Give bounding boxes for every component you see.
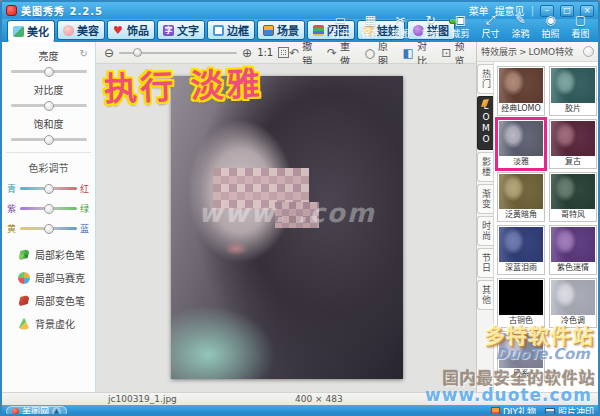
effect-thumbnail bbox=[499, 280, 543, 315]
effect-item[interactable]: 日系 bbox=[497, 331, 545, 381]
category-label: 其他 bbox=[481, 285, 491, 305]
collapse-panel-icon[interactable] bbox=[583, 46, 594, 57]
bottom-link[interactable]: DIY礼物 bbox=[491, 405, 536, 416]
original-icon bbox=[365, 46, 375, 60]
cyan-red-slider[interactable] bbox=[20, 184, 77, 193]
doodle-icon bbox=[515, 14, 525, 27]
changepen-icon bbox=[18, 295, 30, 307]
effect-item[interactable]: 泛黄暗角 bbox=[497, 172, 545, 222]
contrast-slider[interactable] bbox=[11, 101, 87, 110]
tab[interactable]: 场景 bbox=[257, 20, 305, 40]
quick-tool-label: 旋转 bbox=[421, 27, 439, 40]
reset-icon[interactable]: ↻ bbox=[80, 48, 88, 59]
edit-control-button[interactable]: 原图 bbox=[365, 38, 392, 68]
category-label: 时尚 bbox=[481, 221, 491, 241]
effect-category-tab[interactable]: 渐变 bbox=[477, 184, 493, 214]
quick-tool-label: 裁剪 bbox=[451, 27, 469, 40]
purple-label: 紫 bbox=[7, 202, 17, 215]
quick-tool-button[interactable]: 拍照 bbox=[536, 14, 565, 40]
edit-control-button[interactable]: 预览 bbox=[441, 38, 468, 68]
quick-tool-button[interactable]: 保存 bbox=[356, 14, 385, 40]
slider-handle[interactable] bbox=[44, 224, 54, 234]
effect-item[interactable]: 紫色迷情 bbox=[549, 225, 597, 275]
effect-category-tab[interactable]: 时尚 bbox=[477, 216, 493, 246]
bottom-link[interactable]: 照片冲印 bbox=[545, 405, 594, 416]
local-tool-button[interactable]: 背景虚化 bbox=[18, 316, 95, 331]
quick-tool-button[interactable]: 涂鸦 bbox=[506, 14, 535, 40]
slider-handle[interactable] bbox=[44, 135, 54, 145]
effect-item[interactable]: 复古 bbox=[549, 119, 597, 169]
effect-item[interactable]: 深蓝泪雨 bbox=[497, 225, 545, 275]
effect-thumbnail bbox=[499, 227, 543, 262]
effect-label: 日系 bbox=[499, 368, 543, 379]
zoom-slider-handle[interactable] bbox=[133, 48, 142, 57]
edit-control-button[interactable]: 重做 bbox=[327, 38, 354, 68]
local-tool-button[interactable]: 局部彩色笔 bbox=[18, 247, 95, 262]
effects-breadcrumb: LOMO特效 bbox=[529, 45, 574, 58]
effect-item[interactable]: 哥特风 bbox=[549, 172, 597, 222]
effect-category-tab[interactable]: 其他 bbox=[477, 280, 493, 310]
zoom-in-icon[interactable]: ⊕ bbox=[242, 46, 252, 60]
quick-tool-button[interactable]: 尺寸 bbox=[476, 14, 505, 40]
effect-label: 经典LOMO bbox=[499, 103, 543, 114]
green-label: 绿 bbox=[80, 202, 90, 215]
local-tool-button[interactable]: 局部马赛克 bbox=[18, 270, 95, 285]
slider-handle[interactable] bbox=[44, 101, 54, 111]
bottom-bar: 美图网 ▲ DIY礼物 照片冲印 bbox=[2, 405, 598, 416]
photo[interactable]: www. .com bbox=[171, 76, 403, 379]
zoom-out-icon[interactable]: ⊖ bbox=[104, 46, 114, 60]
local-tool-button[interactable]: 局部变色笔 bbox=[18, 293, 95, 308]
quick-tool-button[interactable]: 看图 bbox=[566, 14, 595, 40]
effect-item[interactable]: 古铜色 bbox=[497, 278, 545, 328]
edit-control-label: 撤销 bbox=[302, 38, 316, 68]
tab[interactable]: 文字 bbox=[157, 20, 205, 40]
bottom-link-label: 照片冲印 bbox=[558, 405, 594, 416]
edit-control-button[interactable]: 对比 bbox=[403, 38, 431, 68]
tab[interactable]: 边框 bbox=[207, 20, 255, 40]
bottom-link-label: DIY礼物 bbox=[503, 405, 536, 416]
slider-handle[interactable] bbox=[44, 67, 54, 77]
effect-category-tab[interactable]: 节日 bbox=[477, 248, 493, 278]
effect-item[interactable]: 冷色调 bbox=[549, 278, 597, 328]
edit-control-label: 重做 bbox=[340, 38, 354, 68]
effect-thumbnail bbox=[499, 68, 543, 103]
quick-tool-button[interactable]: 旋转 bbox=[416, 14, 445, 40]
edit-control-button[interactable]: 撤销 bbox=[289, 38, 316, 68]
category-label: LOMO bbox=[481, 101, 491, 145]
effect-item[interactable]: 经典LOMO bbox=[497, 66, 545, 116]
quick-tool-button[interactable]: 打开 bbox=[326, 14, 355, 40]
divider bbox=[6, 152, 91, 153]
slider-handle[interactable] bbox=[44, 204, 54, 214]
purple-green-slider[interactable] bbox=[20, 204, 77, 213]
image-dimensions-label: 400 × 483 bbox=[295, 394, 343, 404]
effect-item[interactable]: 胶片 bbox=[549, 66, 597, 116]
meitu-site-button[interactable]: 美图网 ▲ bbox=[6, 406, 67, 416]
effect-label: 复古 bbox=[551, 156, 595, 167]
tab[interactable]: 美化 bbox=[7, 20, 55, 42]
quick-tool-button[interactable]: 裁剪 bbox=[446, 14, 475, 40]
quick-tool-button[interactable]: 抠图 bbox=[386, 14, 415, 40]
photo-canvas[interactable]: www. .com 执行 淡雅 bbox=[96, 64, 476, 392]
effect-category-tab[interactable]: 影楼 bbox=[477, 152, 493, 182]
flash-icon bbox=[313, 25, 324, 36]
tab[interactable]: 饰品 bbox=[107, 20, 155, 40]
effect-label: 深蓝泪雨 bbox=[499, 262, 543, 273]
tab[interactable]: 美容 bbox=[57, 20, 105, 40]
compare-icon bbox=[403, 46, 414, 60]
effect-category-tab[interactable]: LOMO bbox=[477, 96, 493, 150]
yellow-blue-slider[interactable] bbox=[20, 224, 77, 233]
zoom-slider[interactable] bbox=[119, 48, 237, 57]
saturation-slider[interactable] bbox=[11, 135, 87, 144]
effect-category-tab[interactable]: 热门 bbox=[477, 64, 493, 94]
accessories-icon bbox=[113, 25, 124, 36]
quick-tool-label: 拍照 bbox=[541, 27, 559, 40]
brightness-slider[interactable] bbox=[11, 67, 87, 76]
effects-header-label: 特效展示 bbox=[481, 45, 517, 58]
crop-icon bbox=[455, 14, 466, 27]
slider-handle[interactable] bbox=[44, 184, 54, 194]
effect-item[interactable]: 淡雅 bbox=[495, 117, 547, 171]
fit-screen-icon[interactable] bbox=[278, 47, 289, 58]
effect-thumbnail bbox=[551, 121, 595, 156]
save-icon bbox=[365, 14, 376, 27]
zoom-ratio-button[interactable]: 1:1 bbox=[257, 47, 273, 58]
